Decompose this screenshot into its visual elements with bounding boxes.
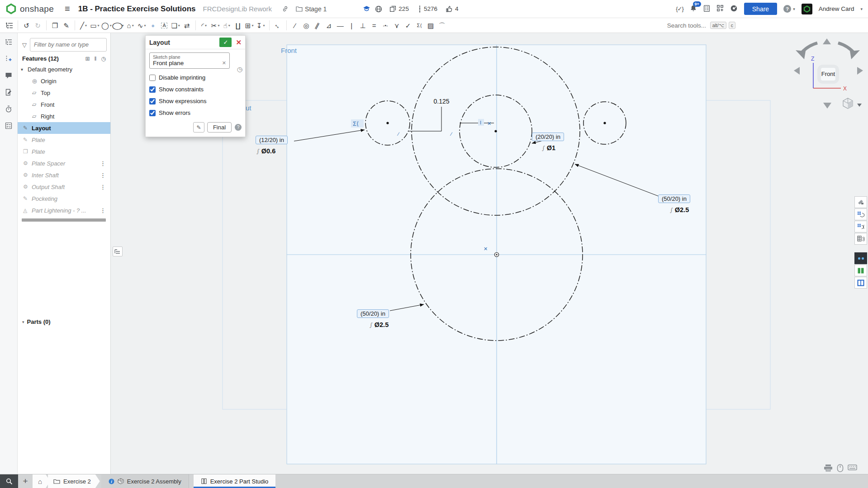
chevron-down-icon[interactable]: ▾ bbox=[793, 7, 795, 11]
trim-tool-icon[interactable]: ✂▾ bbox=[211, 19, 220, 31]
measure-icon[interactable]: ↔ bbox=[273, 19, 283, 31]
help-icon[interactable]: ? bbox=[783, 5, 791, 13]
doc-likes[interactable]: 4 bbox=[446, 5, 459, 12]
view-left-arrow[interactable] bbox=[794, 67, 800, 75]
checkbox-show-errors[interactable]: Show errors bbox=[149, 109, 242, 116]
feature-item-origin[interactable]: ◎Origin bbox=[18, 75, 110, 87]
drag-handle-icon[interactable]: ⋮ bbox=[97, 160, 109, 167]
ellipse-tool-icon[interactable]: ◯▾ bbox=[114, 19, 124, 31]
help-menu[interactable]: ? ▾ bbox=[783, 5, 795, 13]
dimension-value[interactable]: ∫Ø2.5 bbox=[370, 321, 389, 328]
view-up-arrow[interactable] bbox=[823, 38, 831, 44]
feature-list-handle[interactable] bbox=[113, 246, 123, 256]
parallel-constraint-icon[interactable]: ∥ bbox=[313, 19, 323, 31]
dimension-value[interactable]: ∫Ø0.6 bbox=[256, 147, 275, 155]
checkbox-input[interactable] bbox=[149, 86, 156, 93]
sketch-button-icon[interactable]: ✎ bbox=[62, 19, 71, 31]
parts-section-header[interactable]: ▾ Parts (0) bbox=[18, 316, 110, 327]
use-project-icon[interactable]: ☝▾ bbox=[222, 19, 232, 31]
green-library-button[interactable] bbox=[854, 265, 867, 276]
filter-input[interactable] bbox=[30, 38, 107, 52]
doc-copies[interactable]: 225 bbox=[389, 5, 409, 12]
circular-pattern-icon[interactable]: ⊞▾ bbox=[245, 19, 254, 31]
symmetric-constraint-glyph[interactable]: Σ⟨ bbox=[353, 120, 359, 127]
tab-exercise-2[interactable]: Exercise 2 bbox=[48, 474, 100, 488]
app-store-button[interactable] bbox=[716, 5, 724, 13]
chevron-down-icon[interactable]: ▾ bbox=[205, 24, 207, 28]
isometric-cube-icon[interactable] bbox=[843, 98, 853, 109]
public-globe-icon[interactable] bbox=[375, 5, 382, 13]
notifications-button[interactable]: 9+ bbox=[690, 5, 697, 14]
notes-icon[interactable] bbox=[5, 89, 13, 96]
drag-handle-icon[interactable]: ⋮ bbox=[97, 207, 109, 214]
main-menu-icon[interactable]: ≡ bbox=[65, 4, 70, 14]
feature-item-plate-spacer[interactable]: ⚙Plate Spacer⋮ bbox=[18, 157, 110, 169]
user-menu-caret-icon[interactable]: ▾ bbox=[860, 7, 863, 11]
configuration-table-button[interactable] bbox=[854, 221, 867, 232]
printer-icon[interactable] bbox=[824, 464, 833, 472]
feature-item-inter-shaft[interactable]: ⚙Inter Shaft⋮ bbox=[18, 169, 110, 181]
dimension-expression-badge[interactable]: (12/20) in bbox=[256, 136, 288, 144]
rollback-bar[interactable] bbox=[22, 218, 106, 222]
view-right-arrow[interactable] bbox=[857, 67, 863, 75]
vertical-constraint-icon[interactable]: | bbox=[347, 19, 356, 31]
equal-constraint-icon[interactable]: = bbox=[370, 19, 379, 31]
circle-center-point[interactable] bbox=[494, 130, 497, 132]
checkbox-disable-imprinting[interactable]: Disable imprinting bbox=[149, 74, 242, 81]
feature-item-right[interactable]: ▱Right bbox=[18, 110, 110, 122]
tangent-constraint-icon[interactable]: ⊿ bbox=[324, 19, 334, 31]
chevron-down-icon[interactable]: ▾ bbox=[218, 24, 219, 28]
chevron-down-icon[interactable]: ▾ bbox=[132, 24, 134, 28]
feature-item-top[interactable]: ▱Top bbox=[18, 87, 110, 99]
cross-constraint-glyph[interactable]: ✕ bbox=[484, 246, 488, 251]
undo-icon[interactable]: ↺ bbox=[22, 19, 31, 31]
curvature-constraint-icon[interactable]: ✓ bbox=[403, 19, 413, 31]
sketch-plane-field[interactable]: Sketch plane Front plane ✕ bbox=[149, 52, 230, 69]
text-tool-icon[interactable]: A bbox=[160, 19, 169, 31]
checkbox-show-expressions[interactable]: Show expressions bbox=[149, 98, 242, 104]
add-tab-button[interactable]: + bbox=[18, 474, 33, 488]
feature-item-part-lightening[interactable]: ◬Part Lightening - ? ...⋮ bbox=[18, 204, 110, 216]
comments-icon[interactable] bbox=[5, 72, 13, 79]
doc-activity[interactable]: 5276 bbox=[418, 5, 437, 13]
chevron-down-icon[interactable]: ▾ bbox=[144, 24, 146, 28]
dimension-expression-badge[interactable]: (50/20) in bbox=[658, 194, 690, 203]
chevron-down-icon[interactable]: ▾ bbox=[178, 24, 180, 28]
chevron-down-icon[interactable]: ▾ bbox=[110, 24, 112, 28]
cross-constraint-glyph[interactable]: ✕ bbox=[487, 121, 491, 126]
image-tool-icon[interactable]: ❏▾ bbox=[171, 19, 180, 31]
edu-plan-icon[interactable] bbox=[363, 5, 370, 12]
dialog-history-icon[interactable]: ◷ bbox=[237, 66, 242, 73]
circle-center-point[interactable] bbox=[603, 122, 606, 124]
checkbox-input[interactable] bbox=[149, 75, 156, 81]
chevron-down-icon[interactable]: ▾ bbox=[263, 24, 265, 28]
appearance-button[interactable] bbox=[854, 196, 867, 208]
checkbox-input[interactable] bbox=[149, 98, 156, 104]
panel-toggle-icon[interactable] bbox=[5, 19, 14, 31]
commit-button[interactable]: ✓ bbox=[219, 38, 232, 47]
perpendicular-constraint-icon[interactable]: ⊥ bbox=[358, 19, 368, 31]
rotate-right-arrowhead[interactable] bbox=[850, 50, 860, 59]
search-tools-input[interactable] bbox=[666, 22, 708, 29]
final-button[interactable]: Final bbox=[207, 122, 232, 133]
chevron-down-icon[interactable]: ▾ bbox=[228, 24, 230, 28]
rotate-left-arrowhead[interactable] bbox=[796, 50, 806, 59]
feature-tree-icon[interactable] bbox=[5, 38, 13, 46]
dialog-help-icon[interactable]: ? bbox=[235, 124, 242, 131]
offset-icon[interactable]: ⇄ bbox=[182, 19, 192, 31]
dimension-value[interactable]: ∫Ø1 bbox=[542, 144, 555, 152]
line-tool-icon[interactable]: ╱▾ bbox=[79, 19, 88, 31]
linear-pattern-icon[interactable]: ∐ bbox=[233, 19, 243, 31]
polygon-tool-icon[interactable]: ⌂▾ bbox=[126, 19, 135, 31]
dimension-expression-badge[interactable]: (20/20) in bbox=[532, 133, 564, 141]
checklist-icon[interactable] bbox=[5, 122, 13, 129]
tab-search-button[interactable] bbox=[0, 474, 18, 488]
concentric-constraint-icon[interactable]: ◎ bbox=[302, 19, 311, 31]
history-icon[interactable] bbox=[5, 105, 13, 113]
coincident-constraint-icon[interactable]: ∕ bbox=[290, 19, 300, 31]
checkbox-input[interactable] bbox=[149, 110, 156, 116]
blue-library-button[interactable] bbox=[854, 277, 867, 289]
spline-tool-icon[interactable]: ∿▾ bbox=[137, 19, 147, 31]
chevron-down-icon[interactable]: ▾ bbox=[251, 24, 253, 28]
drag-handle-icon[interactable]: ⋮ bbox=[97, 184, 109, 190]
